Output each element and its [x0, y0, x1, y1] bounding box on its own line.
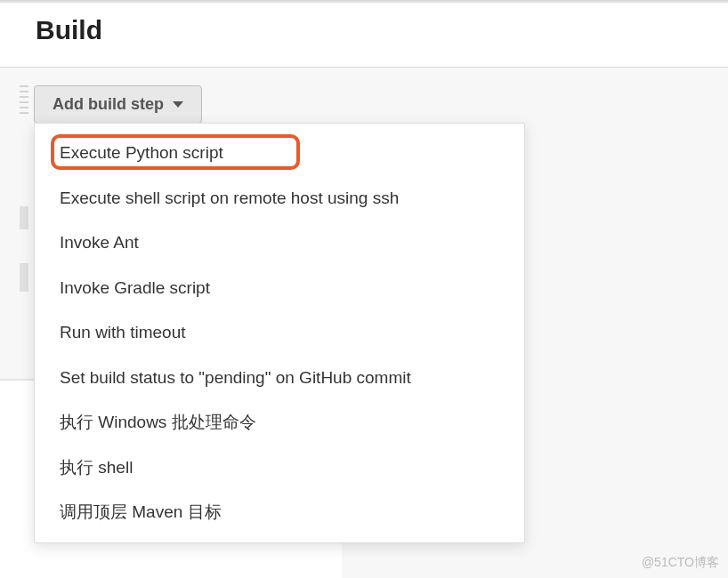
menu-item-invoke-gradle[interactable]: Invoke Gradle script — [35, 266, 524, 311]
section-body: Add build step Execute Python script Exe… — [0, 68, 728, 512]
caret-down-icon — [173, 101, 183, 108]
menu-item-label: Execute Python script — [60, 143, 223, 162]
menu-item-label: Invoke Gradle script — [60, 278, 210, 297]
menu-item-label: 调用顶层 Maven 目标 — [60, 502, 222, 521]
menu-item-execute-shell-remote[interactable]: Execute shell script on remote host usin… — [35, 176, 524, 221]
add-build-step-button[interactable]: Add build step — [34, 85, 202, 124]
menu-item-label: Execute shell script on remote host usin… — [60, 189, 399, 207]
left-placeholder-2 — [20, 263, 28, 292]
drag-handle-icon[interactable] — [20, 85, 28, 117]
section-title: Build — [36, 15, 728, 45]
menu-item-label: 执行 Windows 批处理命令 — [60, 413, 256, 431]
menu-item-invoke-ant[interactable]: Invoke Ant — [35, 221, 524, 266]
menu-item-label: Invoke Ant — [60, 233, 139, 252]
build-step-dropdown: Execute Python script Execute shell scri… — [34, 123, 525, 543]
menu-item-github-pending-status[interactable]: Set build status to "pending" on GitHub … — [35, 356, 524, 401]
left-placeholder-1 — [20, 206, 28, 229]
menu-item-run-with-timeout[interactable]: Run with timeout — [35, 310, 524, 356]
menu-item-windows-batch[interactable]: 执行 Windows 批处理命令 — [35, 400, 524, 446]
menu-item-label: Run with timeout — [60, 323, 186, 341]
build-section: Build — [0, 0, 728, 68]
menu-item-execute-python-script[interactable]: Execute Python script — [35, 131, 524, 176]
menu-item-label: 执行 shell — [60, 458, 133, 477]
menu-item-execute-shell-cn[interactable]: 执行 shell — [35, 446, 524, 491]
menu-item-maven-top-level[interactable]: 调用顶层 Maven 目标 — [35, 490, 524, 535]
menu-item-label: Set build status to "pending" on GitHub … — [60, 368, 411, 387]
section-header: Build — [0, 1, 728, 67]
watermark-text: @51CTO博客 — [642, 555, 719, 571]
add-build-step-label: Add build step — [53, 95, 164, 114]
